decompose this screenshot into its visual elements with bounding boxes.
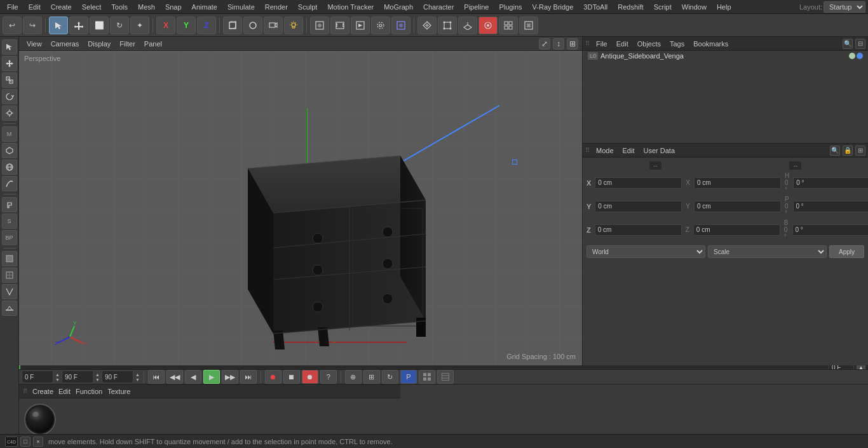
y-pos-input[interactable] [595, 201, 682, 212]
object-camera-button[interactable] [264, 17, 283, 34]
menu-sculpt[interactable]: Sculpt [294, 2, 322, 12]
grid-button[interactable] [499, 17, 518, 34]
tool-sculpt[interactable] [2, 176, 17, 191]
z-rot-input[interactable] [693, 224, 780, 236]
frame-up-btn[interactable]: ▲ [857, 365, 865, 370]
z-pos-input[interactable] [595, 224, 682, 236]
attr-menu-edit[interactable]: Edit [620, 146, 637, 156]
view-menu-view[interactable]: View [23, 39, 46, 49]
menu-pipeline[interactable]: Pipeline [459, 2, 493, 12]
object-cube-button[interactable] [223, 17, 242, 34]
tool-solid[interactable] [2, 251, 17, 266]
view-menu-display[interactable]: Display [84, 39, 114, 49]
layout-select[interactable]: Startup [824, 1, 865, 13]
tool-uvw[interactable] [2, 284, 17, 299]
btn-next-frame[interactable]: ▶▶ [222, 370, 238, 384]
viewport-icon-1[interactable]: ⤢ [539, 38, 550, 50]
range-start-input[interactable] [22, 370, 53, 383]
menu-mesh[interactable]: Mesh [133, 2, 159, 12]
tool-wire[interactable] [2, 268, 17, 283]
render-queue-button[interactable] [519, 17, 538, 34]
undo-button[interactable]: ↩ [3, 17, 22, 34]
scale-select[interactable]: Scale [708, 245, 827, 258]
object-light-button[interactable] [284, 17, 303, 34]
timeline-ruler-bar[interactable]: 0 5 10 15 20 25 30 35 40 45 50 55 60 65 [19, 365, 868, 370]
om-menu-edit[interactable]: Edit [614, 39, 631, 49]
attr-icon-3[interactable]: ⊞ [855, 146, 865, 156]
btn-motion-6[interactable] [437, 370, 454, 384]
range-start-up[interactable]: ▲ [55, 372, 60, 377]
object-sphere-button[interactable] [243, 17, 262, 34]
y-p-input[interactable] [793, 201, 868, 212]
y-rot-input[interactable] [694, 201, 781, 212]
menu-snap[interactable]: Snap [161, 2, 186, 12]
om-search-icon-btn[interactable]: 🔍 [843, 39, 853, 49]
menu-plugins[interactable]: Plugins [494, 2, 526, 12]
btn-play-back[interactable]: ◀ [185, 370, 201, 384]
om-menu-file[interactable]: File [593, 39, 610, 49]
transform-tool-button[interactable]: ✦ [130, 17, 149, 34]
move-tool-button[interactable] [69, 17, 88, 34]
btn-record[interactable]: ⏺ [265, 370, 281, 384]
menu-edit[interactable]: Edit [24, 2, 45, 12]
menu-file[interactable]: File [3, 2, 23, 12]
btn-play[interactable]: ▶ [203, 370, 220, 384]
redo-button[interactable]: ↪ [23, 17, 42, 34]
attr-menu-userdata[interactable]: User Data [641, 146, 678, 156]
object-row[interactable]: L0 Antique_Sideboard_Venga [583, 51, 868, 61]
menu-character[interactable]: Character [419, 2, 458, 12]
btn-playback[interactable]: ⏺ [302, 370, 318, 384]
menu-mograph[interactable]: MoGraph [379, 2, 417, 12]
btn-motion-3[interactable]: ↻ [382, 370, 398, 384]
render-viewport-button[interactable] [351, 17, 370, 34]
range-end-down[interactable]: ▼ [95, 377, 100, 382]
tool-bp[interactable]: BP [2, 230, 17, 245]
range-end-up[interactable]: ▲ [95, 372, 100, 377]
select-tool-button[interactable] [49, 17, 68, 34]
menu-script[interactable]: Script [649, 2, 676, 12]
om-menu-bookmarks[interactable]: Bookmarks [691, 39, 731, 49]
menu-motion-tracker[interactable]: Motion Tracker [323, 2, 378, 12]
range-end2-up[interactable]: ▲ [135, 372, 140, 377]
x-pos-input[interactable] [595, 177, 682, 189]
scale-tool-button[interactable]: ⬜ [90, 17, 109, 34]
tool-paint[interactable] [2, 197, 17, 212]
axis-z-button[interactable]: Z [197, 17, 216, 34]
mat-menu-edit[interactable]: Edit [58, 388, 71, 395]
axis-y-button[interactable]: Y [177, 17, 196, 34]
menu-help[interactable]: Help [712, 2, 736, 12]
viewport-icon-2[interactable]: ↕ [553, 38, 564, 50]
tool-object[interactable] [2, 143, 17, 158]
range-end2-input[interactable] [102, 370, 133, 383]
menu-3dto[interactable]: 3DToAll [579, 2, 612, 12]
menu-create[interactable]: Create [46, 2, 76, 12]
btn-go-start[interactable]: ⏮ [148, 370, 165, 384]
range-end-input[interactable] [62, 370, 93, 383]
x-rot-input[interactable] [694, 177, 781, 189]
range-start-down[interactable]: ▼ [55, 377, 60, 382]
workplane-button[interactable] [458, 17, 477, 34]
render-area-button[interactable] [310, 17, 329, 34]
status-cinema4d-logo[interactable]: C4D [5, 437, 18, 447]
tool-model[interactable]: M [2, 126, 17, 142]
snap-button[interactable] [438, 17, 457, 34]
z-b-input[interactable] [792, 224, 868, 236]
om-menu-objects[interactable]: Objects [635, 39, 663, 49]
rotate-tool-button[interactable]: ↻ [110, 17, 129, 34]
om-menu-tags[interactable]: Tags [667, 39, 687, 49]
om-collapse-icon-btn[interactable]: ⊟ [855, 39, 865, 49]
attr-icon-1[interactable]: 🔍 [830, 146, 840, 156]
attr-menu-mode[interactable]: Mode [593, 146, 616, 156]
render-interactive-button[interactable] [391, 17, 410, 34]
tool-floor[interactable] [2, 301, 17, 316]
btn-motion-5[interactable] [419, 370, 435, 384]
viewport-icon-3[interactable]: ⊞ [567, 38, 578, 50]
apply-button[interactable]: Apply [829, 245, 864, 258]
mat-menu-create[interactable]: Create [32, 388, 53, 395]
menu-tools[interactable]: Tools [107, 2, 132, 12]
tool-scale[interactable] [2, 72, 17, 88]
btn-prev-frame[interactable]: ◀◀ [166, 370, 183, 384]
menu-select[interactable]: Select [78, 2, 106, 12]
tool-transform[interactable] [2, 105, 17, 121]
render-film-button[interactable] [330, 17, 349, 34]
